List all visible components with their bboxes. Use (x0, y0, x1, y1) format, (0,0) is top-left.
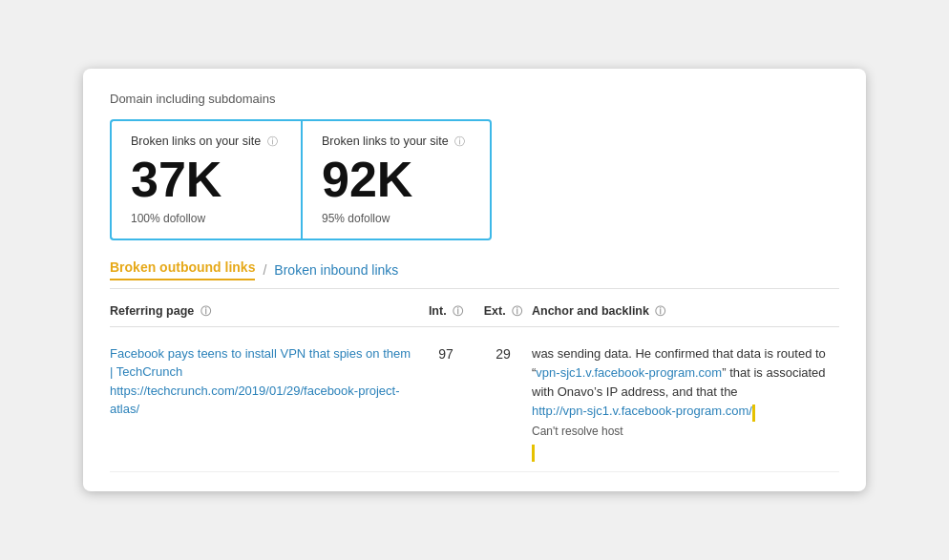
col-header-ext: Ext. ⓘ (474, 304, 532, 319)
int-count: 97 (417, 344, 474, 362)
broken-inbound-metric: Broken links to your site ⓘ 92K 95% dofo… (301, 119, 492, 239)
referring-page-link[interactable]: Facebook pays teens to install VPN that … (110, 344, 417, 419)
anchor-cell: was sending data. He confirmed that data… (532, 344, 839, 462)
info-icon-outbound: ⓘ (267, 135, 278, 147)
anchor-link-vpn[interactable]: vpn-sjc1.v.facebook-program.com (536, 365, 722, 380)
tabs-row: Broken outbound links / Broken inbound l… (110, 259, 839, 289)
tab-broken-inbound[interactable]: Broken inbound links (274, 262, 398, 278)
col-header-int: Int. ⓘ (417, 304, 474, 319)
broken-outbound-metric: Broken links on your site ⓘ 37K 100% dof… (110, 119, 301, 239)
domain-label: Domain including subdomains (110, 92, 839, 106)
broken-inbound-sub: 95% dofollow (322, 212, 467, 225)
broken-inbound-title: Broken links to your site ⓘ (322, 135, 467, 149)
table-header: Referring page ⓘ Int. ⓘ Ext. ⓘ Anchor an… (110, 304, 839, 327)
info-icon-inbound: ⓘ (454, 135, 465, 147)
cant-resolve-text: Can't resolve host (532, 425, 623, 438)
anchor-url-link[interactable]: http://vpn-sjc1.v.facebook-program.com/ (532, 404, 752, 418)
ext-count: 29 (474, 344, 532, 362)
tab-divider: / (263, 262, 266, 278)
table-row: Facebook pays teens to install VPN that … (110, 335, 839, 472)
yellow-bar-inline (752, 404, 755, 422)
yellow-bar-block (532, 445, 535, 462)
broken-outbound-sub: 100% dofollow (131, 212, 278, 225)
info-icon-anchor: ⓘ (655, 305, 665, 317)
tab-broken-outbound[interactable]: Broken outbound links (110, 259, 255, 280)
broken-outbound-value: 37K (131, 153, 278, 207)
col-header-referring: Referring page ⓘ (110, 304, 417, 319)
main-card: Domain including subdomains Broken links… (83, 69, 866, 490)
broken-outbound-title: Broken links on your site ⓘ (131, 135, 278, 149)
broken-inbound-value: 92K (322, 153, 467, 207)
info-icon-int: ⓘ (453, 305, 463, 317)
metrics-row: Broken links on your site ⓘ 37K 100% dof… (110, 119, 839, 239)
col-header-anchor: Anchor and backlink ⓘ (532, 304, 839, 319)
referring-page-cell: Facebook pays teens to install VPN that … (110, 344, 417, 419)
info-icon-referring: ⓘ (200, 305, 211, 317)
info-icon-ext: ⓘ (512, 305, 522, 317)
